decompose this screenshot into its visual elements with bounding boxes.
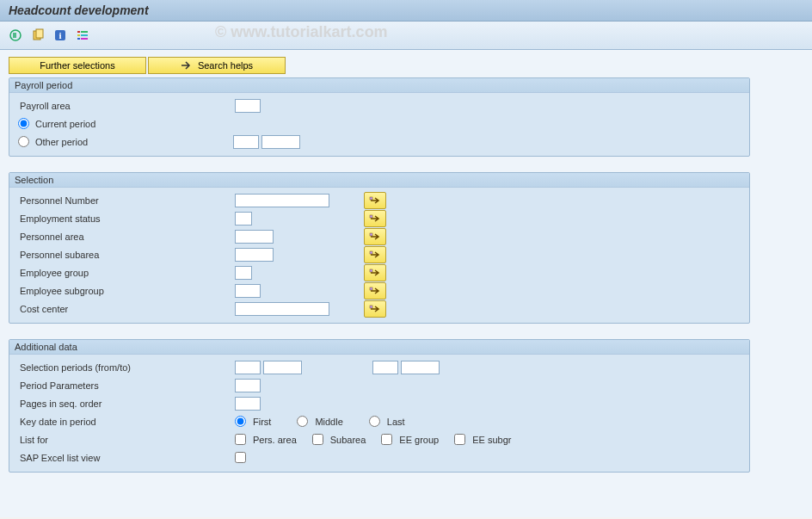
multiple-selection-button[interactable] — [364, 300, 386, 318]
svg-rect-12 — [370, 215, 372, 218]
svg-rect-8 — [81, 34, 88, 36]
key-date-last-radio[interactable]: Last — [369, 416, 405, 427]
button-label: Further selections — [40, 60, 114, 71]
radio-input[interactable] — [18, 136, 29, 147]
option-label: First — [253, 417, 271, 427]
sel-period-to-1[interactable] — [372, 361, 398, 374]
svg-rect-2 — [36, 29, 43, 38]
watermark: © www.tutorialkart.com — [215, 23, 388, 41]
employment-status-input[interactable] — [235, 212, 252, 226]
button-row: Further selections Search helps — [9, 57, 803, 74]
payroll-area-label: Payroll area — [18, 101, 235, 111]
personnel-subarea-input[interactable] — [235, 248, 274, 262]
current-period-radio[interactable]: Current period — [18, 118, 95, 129]
checkbox-input[interactable] — [235, 434, 246, 445]
sel-period-to-2[interactable] — [401, 361, 440, 374]
svg-rect-10 — [81, 38, 88, 40]
svg-rect-13 — [370, 233, 372, 236]
checkbox-input[interactable] — [312, 434, 323, 445]
checkbox-input[interactable] — [454, 434, 465, 445]
group-title: Payroll period — [9, 78, 749, 93]
multiple-selection-button[interactable] — [364, 282, 386, 300]
search-helps-button[interactable]: Search helps — [148, 57, 286, 74]
info-icon[interactable]: i — [52, 28, 69, 43]
selection-periods-label: Selection periods (from/to) — [18, 362, 235, 373]
selection-group: Selection Personnel Number Employment st… — [9, 172, 750, 324]
radio-input[interactable] — [235, 416, 246, 427]
content-area: Further selections Search helps Payroll … — [0, 50, 812, 517]
group-title: Selection — [9, 173, 749, 188]
excel-view-checkbox[interactable] — [235, 452, 246, 463]
list-for-ee-group-checkbox[interactable]: EE group — [381, 434, 439, 445]
multiple-selection-button[interactable] — [364, 228, 386, 245]
svg-rect-6 — [81, 31, 88, 33]
toolbar: i © www.tutorialkart.com — [0, 22, 812, 50]
key-date-label: Key date in period — [18, 417, 235, 427]
option-label: Middle — [315, 417, 342, 427]
field-label: Employee subgroup — [18, 286, 235, 296]
period-parameters-label: Period Parameters — [18, 380, 235, 391]
sel-period-from-1[interactable] — [235, 361, 261, 374]
svg-rect-7 — [77, 34, 80, 36]
multiple-selection-button[interactable] — [364, 264, 386, 281]
svg-rect-5 — [77, 31, 80, 33]
multiple-selection-button[interactable] — [364, 210, 386, 227]
radio-label: Current period — [35, 119, 95, 129]
field-label: Personnel subarea — [18, 250, 235, 260]
other-period-input-2[interactable] — [261, 135, 300, 149]
personnel-number-input[interactable] — [235, 194, 329, 207]
svg-text:i: i — [58, 30, 61, 40]
further-selections-button[interactable]: Further selections — [9, 57, 146, 74]
personnel-area-input[interactable] — [235, 230, 274, 244]
pages-seq-input[interactable] — [235, 397, 261, 411]
field-label: Personnel Number — [18, 195, 235, 206]
option-label: Pers. area — [253, 435, 297, 445]
option-label: Last — [387, 417, 405, 427]
radio-input[interactable] — [18, 118, 29, 129]
pages-seq-label: Pages in seq. order — [18, 399, 235, 409]
radio-label: Other period — [35, 137, 88, 147]
page-title: Headcount development — [0, 0, 812, 22]
cost-center-input[interactable] — [235, 302, 329, 316]
arrow-right-icon — [181, 60, 193, 71]
group-title: Additional data — [9, 340, 749, 355]
radio-input[interactable] — [297, 416, 308, 427]
key-date-middle-radio[interactable]: Middle — [297, 416, 342, 427]
field-label: Employment status — [18, 213, 235, 224]
list-for-subarea-checkbox[interactable]: Subarea — [312, 434, 366, 445]
svg-rect-14 — [370, 251, 372, 254]
multiple-selection-button[interactable] — [364, 192, 386, 209]
payroll-area-input[interactable] — [235, 99, 261, 113]
svg-rect-15 — [370, 269, 372, 272]
variant-icon[interactable] — [29, 28, 46, 43]
multiple-selection-button[interactable] — [364, 246, 386, 263]
button-label: Search helps — [198, 60, 253, 71]
excel-view-label: SAP Excel list view — [18, 453, 235, 463]
list-for-ee-subgr-checkbox[interactable]: EE subgr — [454, 434, 511, 445]
other-period-radio[interactable]: Other period — [18, 136, 233, 147]
checkbox-input[interactable] — [381, 434, 392, 445]
svg-rect-17 — [370, 306, 372, 308]
other-period-input-1[interactable] — [233, 135, 259, 149]
period-parameters-input[interactable] — [235, 379, 261, 392]
option-label: EE subgr — [472, 435, 511, 445]
field-label: Cost center — [18, 304, 235, 314]
field-label: Employee group — [18, 268, 235, 278]
payroll-period-group: Payroll period Payroll area Current peri… — [9, 77, 750, 157]
key-date-first-radio[interactable]: First — [235, 416, 271, 427]
execute-icon[interactable] — [7, 28, 24, 43]
svg-rect-9 — [77, 38, 80, 40]
employee-group-input[interactable] — [235, 266, 252, 280]
additional-data-group: Additional data Selection periods (from/… — [9, 339, 750, 473]
field-label: Personnel area — [18, 232, 235, 242]
option-label: Subarea — [330, 435, 366, 445]
list-for-label: List for — [18, 435, 235, 445]
list-icon[interactable] — [74, 28, 91, 43]
option-label: EE group — [399, 435, 439, 445]
radio-input[interactable] — [369, 416, 380, 427]
sel-period-from-2[interactable] — [263, 361, 302, 374]
employee-subgroup-input[interactable] — [235, 284, 261, 298]
svg-rect-11 — [370, 197, 372, 200]
svg-rect-16 — [370, 287, 372, 290]
list-for-pers-area-checkbox[interactable]: Pers. area — [235, 434, 297, 445]
